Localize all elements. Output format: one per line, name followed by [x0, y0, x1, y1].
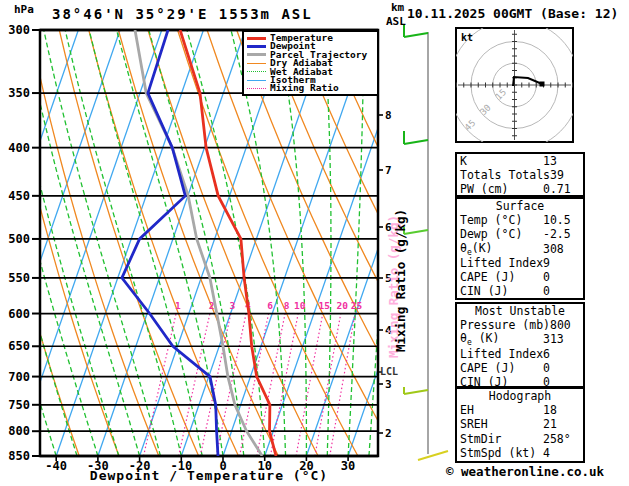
table-row: SREH21 [457, 417, 583, 431]
mixing-ratio-label: 8 [284, 300, 290, 311]
pressure-tick-label: 600 [8, 307, 30, 321]
table-row: CAPE (J)0 [457, 361, 583, 375]
legend-line-sample [247, 80, 266, 81]
mixing-ratio-label: 15 [319, 300, 331, 311]
pressure-tick-label: 800 [8, 424, 30, 438]
legend-line-sample [247, 53, 266, 56]
station-title: 38°46'N 35°29'E 1553m ASL [52, 6, 313, 22]
row-label: Totals Totals [460, 168, 550, 182]
row-label: SREH [460, 417, 543, 431]
row-value: 13 [543, 154, 580, 168]
mixing-ratio-label: 25 [351, 300, 363, 311]
row-label: Pressure (mb) [460, 318, 550, 332]
row-value: 0.71 [543, 182, 580, 196]
row-label: Dewp (°C) [460, 227, 543, 241]
row-label: CIN (J) [460, 284, 543, 298]
row-label: StmSpd (kt) [460, 446, 543, 460]
pressure-tick-label: 550 [8, 271, 30, 285]
legend: TemperatureDewpointParcel TrajectoryDry … [242, 30, 379, 96]
altitude-axis-unit-asl: ASL [386, 15, 406, 28]
table-row: K13 [457, 154, 583, 168]
legend-line-sample [247, 45, 266, 48]
sounding-chart-page: 1234681015202530035040045050055060065070… [0, 0, 629, 486]
run-datetime: 10.11.2025 00GMT (Base: 12) [407, 6, 618, 21]
row-label: StmDir [460, 432, 543, 446]
section-title: Surface [457, 199, 583, 213]
mixing-ratio-label: 20 [337, 300, 349, 311]
hodograph-unit-label: kt [461, 32, 473, 43]
pressure-axis-unit: hPa [14, 3, 34, 16]
row-label: CAPE (J) [460, 361, 543, 375]
panel-section-hodograph: HodographEH18SREH21StmDir258°StmSpd (kt)… [455, 387, 585, 463]
altitude-tick-label: 8 [385, 109, 392, 122]
row-value: 308 [543, 242, 580, 256]
table-row: Temp (°C)10.5 [457, 213, 583, 227]
row-label: θe (K) [460, 331, 543, 347]
legend-line-sample [247, 71, 266, 72]
row-label: θe(K) [460, 241, 543, 257]
table-row: θe (K)313 [457, 332, 583, 346]
pressure-tick-label: 750 [8, 398, 30, 412]
row-value: 18 [543, 403, 580, 417]
table-row: EH18 [457, 403, 583, 417]
row-value: 39 [550, 168, 580, 182]
pressure-tick-label: 850 [8, 449, 30, 463]
table-row: Lifted Index6 [457, 347, 583, 361]
table-row: Dewp (°C)-2.5 [457, 227, 583, 241]
row-label: PW (cm) [460, 182, 543, 196]
row-value: 258° [543, 432, 580, 446]
pressure-tick-label: 500 [8, 232, 30, 246]
copyright-footer: © weatheronline.co.uk [446, 464, 604, 479]
hodograph-plot: 153045kt [449, 20, 580, 151]
row-value: 313 [543, 332, 580, 346]
lcl-marker-label: LCL [380, 366, 398, 377]
row-label: Lifted Index [460, 347, 543, 361]
legend-line-sample [247, 88, 266, 89]
table-row: Pressure (mb)800 [457, 318, 583, 332]
table-row: PW (cm)0.71 [457, 182, 583, 196]
row-value: 10.5 [543, 213, 580, 227]
row-label: EH [460, 403, 543, 417]
panel-section-most-unstable: Most UnstablePressure (mb)800θe (K)313Li… [455, 302, 585, 388]
mixing-ratio-label: 6 [267, 300, 273, 311]
altitude-tick-label: 7 [385, 164, 392, 177]
legend-item-mixing-ratio: Mixing Ratio [247, 84, 377, 92]
table-row: StmDir258° [457, 432, 583, 446]
pressure-tick-label: 650 [8, 339, 30, 353]
row-value: 21 [543, 417, 580, 431]
row-value: 0 [543, 361, 580, 375]
pressure-tick-label: 450 [8, 189, 30, 203]
row-value: -2.5 [543, 227, 580, 241]
section-title: Hodograph [457, 389, 583, 403]
table-row: Totals Totals39 [457, 168, 583, 182]
panel-section-surface: SurfaceTemp (°C)10.5Dewp (°C)-2.5θe(K)30… [455, 197, 585, 300]
row-value: 0 [543, 270, 580, 284]
mixing-ratio-value-labels: 12346810152025 [175, 300, 363, 311]
hodograph-storm-marker [540, 82, 545, 87]
row-label: Lifted Index [460, 256, 543, 270]
row-label: K [460, 154, 543, 168]
table-row: StmSpd (kt)4 [457, 446, 583, 460]
temperature-axis-label: Dewpoint / Temperature (°C) [40, 468, 378, 483]
row-value: 9 [543, 256, 580, 270]
altitude-axis-unit-km: km [391, 1, 404, 14]
row-value: 4 [543, 446, 580, 460]
mixing-ratio-axis-label: Mixing Ratio (g/kg) [393, 209, 408, 352]
altitude-tick-label: 2 [385, 427, 392, 440]
section-title: Most Unstable [457, 304, 583, 318]
legend-line-sample [247, 63, 266, 64]
row-value: 800 [550, 318, 580, 332]
mixing-ratio-label: 1 [175, 300, 181, 311]
legend-label: Mixing Ratio [270, 84, 339, 92]
table-row: Lifted Index9 [457, 256, 583, 270]
legend-line-sample [247, 37, 266, 40]
row-label: Temp (°C) [460, 213, 543, 227]
row-label: CAPE (J) [460, 270, 543, 284]
panel-section-indices: K13Totals Totals39PW (cm)0.71 [455, 152, 585, 197]
table-row: CIN (J)0 [457, 284, 583, 298]
mixing-ratio-label: 10 [294, 300, 306, 311]
table-row: θe(K)308 [457, 242, 583, 256]
row-value: 0 [543, 284, 580, 298]
pressure-tick-label: 400 [8, 141, 30, 155]
altitude-tick-label: 3 [385, 378, 392, 391]
